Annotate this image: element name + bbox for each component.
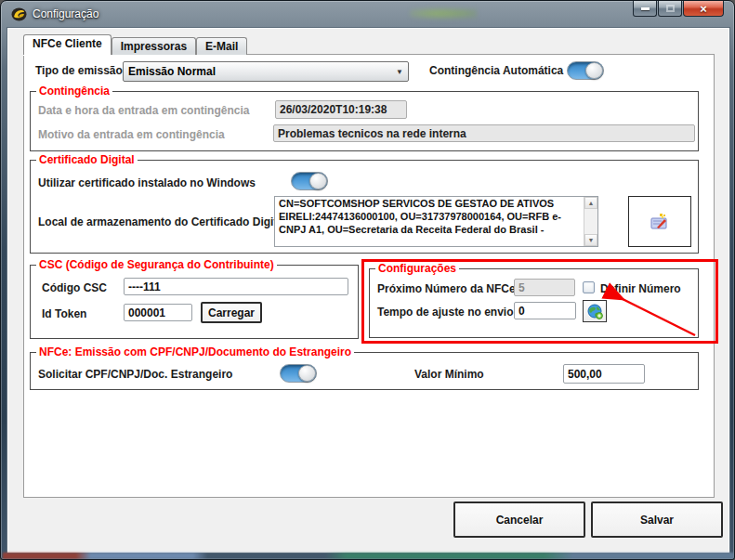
contingency-reason-input[interactable] [273, 124, 695, 142]
adjust-time-label: Tempo de ajuste no envio [377, 306, 513, 319]
contingency-reason-label: Motivo da entrada em contingência [38, 128, 225, 141]
adjust-time-input[interactable] [514, 302, 576, 319]
close-icon: × [700, 3, 707, 15]
tab-nfce-cliente[interactable]: NFCe Cliente [23, 34, 112, 55]
app-icon [11, 7, 27, 21]
close-button[interactable]: × [683, 1, 724, 17]
cancel-button[interactable]: Cancelar [453, 501, 585, 538]
load-csc-button-label: Carregar [208, 306, 255, 319]
certificate-location-label: Local de armazenamento do Certificado Di… [38, 215, 290, 228]
request-cpf-label: Solicitar CPF/CNPJ/Doc. Estrangeiro [38, 368, 232, 381]
minimize-button[interactable] [633, 1, 657, 17]
emission-type-label: Tipo de emissão [35, 64, 123, 77]
csc-code-input[interactable] [124, 278, 348, 295]
toggle-knob [298, 365, 316, 382]
emission-type-select[interactable]: Emissão Normal ▼ [123, 61, 409, 82]
load-csc-button[interactable]: Carregar [201, 302, 262, 323]
id-token-label: Id Token [42, 307, 86, 320]
window-bottom-frame-tint [3, 553, 734, 559]
maximize-icon [666, 5, 675, 12]
min-value-label: Valor Mínimo [414, 368, 484, 381]
cancel-button-label: Cancelar [496, 514, 544, 527]
title-bar[interactable]: Configuração × [1, 1, 734, 27]
contingency-date-input[interactable] [275, 100, 407, 119]
id-token-input[interactable] [124, 304, 192, 321]
settings-group: Configurações Próximo Número da NFCe Def… [369, 268, 699, 338]
request-cpf-toggle[interactable] [280, 364, 317, 383]
csc-code-label: Código CSC [42, 281, 107, 294]
select-certificate-button[interactable] [628, 196, 691, 247]
csc-group-title: CSC (Código de Segurança do Contribuinte… [36, 258, 277, 271]
min-value-input[interactable] [563, 364, 645, 384]
toggle-knob [309, 173, 327, 189]
next-nfce-number-input[interactable] [514, 279, 575, 296]
scroll-up-icon[interactable]: ▲ [584, 197, 597, 209]
window-title: Configuração [33, 7, 98, 20]
use-windows-cert-toggle[interactable] [291, 172, 328, 190]
chevron-down-icon: ▼ [391, 68, 408, 76]
auto-contingency-toggle[interactable] [567, 61, 604, 80]
next-nfce-number-label: Próximo Número da NFCe [377, 282, 516, 295]
scroll-down-icon[interactable]: ▼ [584, 234, 597, 246]
emission-type-value: Emissão Normal [124, 65, 391, 78]
certificate-location-textarea[interactable]: CN=SOFTCOMSHOP SERVICOS DE GESTAO DE ATI… [274, 196, 598, 247]
caption-buttons: × [632, 1, 724, 17]
certificate-location-value: CN=SOFTCOMSHOP SERVICOS DE GESTAO DE ATI… [275, 197, 584, 246]
toggle-knob [585, 62, 603, 79]
tab-strip: NFCe Cliente Impressoras E-Mail [23, 34, 247, 55]
tab-impressoras[interactable]: Impressoras [112, 37, 196, 55]
contingency-date-label: Data e hora da entrada em contingência [38, 104, 249, 117]
save-button-label: Salvar [640, 514, 674, 527]
define-number-label: Definir Número [600, 282, 681, 295]
csc-group: CSC (Código de Segurança do Contribuinte… [30, 265, 359, 339]
globe-sync-icon [587, 304, 603, 319]
tab-page-nfce-cliente: Tipo de emissão Emissão Normal ▼ Conting… [23, 54, 715, 498]
tab-label: Impressoras [121, 40, 187, 53]
certificate-group: Certificado Digital Utilizar certificado… [30, 160, 699, 254]
edit-certificate-icon [650, 213, 670, 231]
contingency-group: Contingência Data e hora da entrada em c… [30, 91, 699, 151]
cpf-group: NFCe: Emissão com CPF/CNPJ/Documento do … [30, 352, 699, 390]
settings-group-title: Configurações [375, 262, 459, 275]
define-number-checkbox[interactable] [583, 281, 595, 293]
tab-label: NFCe Cliente [33, 37, 102, 50]
sync-time-button[interactable] [583, 300, 607, 322]
textarea-scrollbar[interactable]: ▲ ▼ [584, 197, 597, 246]
configuration-window: Configuração × NFCe Cliente Impressoras … [0, 0, 735, 560]
maximize-button[interactable] [658, 1, 682, 17]
cpf-group-title: NFCe: Emissão com CPF/CNPJ/Documento do … [36, 345, 354, 358]
tab-email[interactable]: E-Mail [196, 37, 247, 55]
use-windows-cert-label: Utilizar certificado instalado no Window… [38, 176, 256, 189]
tab-label: E-Mail [205, 40, 238, 53]
minimize-icon [641, 7, 650, 10]
certificate-group-title: Certificado Digital [36, 153, 138, 166]
auto-contingency-label: Contingência Automática [429, 64, 563, 77]
contingency-group-title: Contingência [36, 85, 112, 98]
desktop-bleed-artifact [410, 7, 477, 20]
save-button[interactable]: Salvar [591, 501, 723, 538]
